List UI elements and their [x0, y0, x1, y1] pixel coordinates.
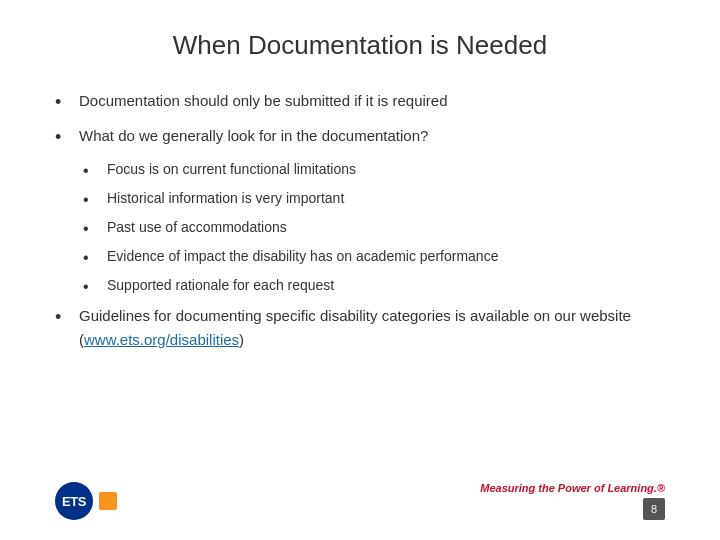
list-item: • Past use of accommodations — [83, 217, 665, 241]
bullet-text: What do we generally look for in the doc… — [79, 124, 428, 148]
list-item: • Focus is on current functional limitat… — [83, 159, 665, 183]
bullet-text: Past use of accommodations — [107, 217, 287, 239]
bullet-dot: • — [55, 89, 75, 116]
list-item: • Evidence of impact the disability has … — [83, 246, 665, 270]
bullet-text: Evidence of impact the disability has on… — [107, 246, 498, 268]
bullet-dot: • — [55, 304, 75, 331]
bullet-text: Historical information is very important — [107, 188, 344, 210]
bullet-dot: • — [83, 217, 103, 241]
slide: When Documentation is Needed • Documenta… — [0, 0, 720, 540]
ets-disabilities-link[interactable]: www.ets.org/disabilities — [84, 331, 239, 348]
slide-content: • Documentation should only be submitted… — [55, 89, 665, 472]
slide-title: When Documentation is Needed — [55, 30, 665, 61]
list-item: • Documentation should only be submitted… — [55, 89, 665, 116]
ets-logo: ETS — [55, 482, 117, 520]
bullet-text: Supported rationale for each request — [107, 275, 334, 297]
bullet-text: Documentation should only be submitted i… — [79, 89, 448, 113]
sub-bullet-list: • Focus is on current functional limitat… — [83, 159, 665, 299]
bullet-dot: • — [83, 275, 103, 299]
ets-orange-square — [99, 492, 117, 510]
bullet-dot: • — [83, 188, 103, 212]
footer: ETS Measuring the Power of Learning.® 8 — [55, 476, 665, 520]
tagline: Measuring the Power of Learning.® — [480, 482, 665, 494]
ets-circle-logo: ETS — [55, 482, 93, 520]
footer-right: Measuring the Power of Learning.® 8 — [480, 482, 665, 520]
list-item: • What do we generally look for in the d… — [55, 124, 665, 151]
bullet-text-suffix: ) — [239, 331, 244, 348]
bullet-dot: • — [55, 124, 75, 151]
bullet-text: Guidelines for documenting specific disa… — [79, 304, 665, 352]
bullet-dot: • — [83, 246, 103, 270]
list-item: • Supported rationale for each request — [83, 275, 665, 299]
list-item: • Historical information is very importa… — [83, 188, 665, 212]
page-number: 8 — [643, 498, 665, 520]
bullet-dot: • — [83, 159, 103, 183]
bullet-text: Focus is on current functional limitatio… — [107, 159, 356, 181]
list-item: • Guidelines for documenting specific di… — [55, 304, 665, 352]
